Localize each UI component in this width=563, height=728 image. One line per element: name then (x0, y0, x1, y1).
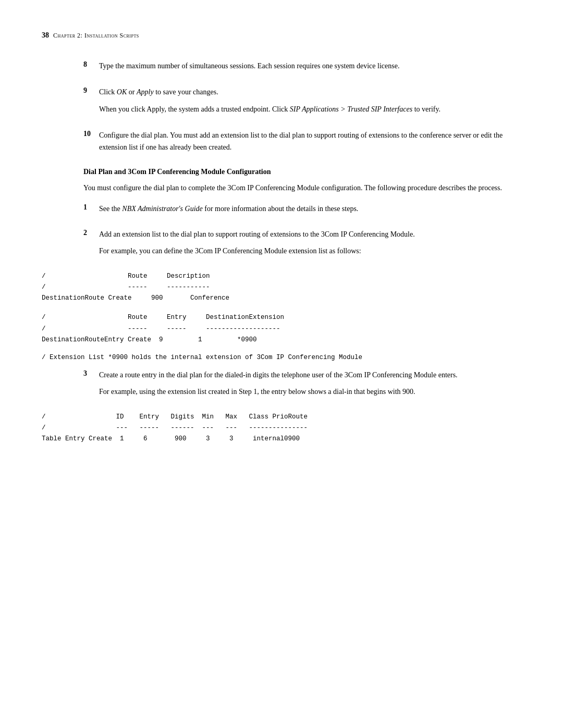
sub-step-2-number: 2 (83, 229, 99, 237)
sub-step-3-container: 3 Create a route entry in the dial plan … (83, 369, 521, 403)
comment-line: / Extension List *0900 holds the interna… (42, 354, 521, 361)
sip-applications-link: SIP Applications > Trusted SIP Interface… (290, 105, 412, 113)
code-block-1: / Route Description / ----- ----------- … (42, 271, 521, 304)
apply-note: When you click Apply, the system adds a … (99, 104, 521, 115)
step-10-number: 10 (83, 130, 99, 138)
step-10: 10 Configure the dial plan. You must add… (83, 130, 521, 158)
sub-step-1: 1 See the NBX Administrator's Guide for … (83, 203, 521, 220)
step-10-content: Configure the dial plan. You must add an… (99, 130, 521, 158)
sub-step-2-content: Add an extension list to the dial plan t… (99, 229, 521, 263)
step-9-ok: OK (117, 88, 127, 96)
sub-step-1-text: See the NBX Administrator's Guide for mo… (99, 203, 521, 215)
step-10-text: Configure the dial plan. You must add an… (99, 130, 521, 153)
step-8-text: Type the maximum number of simultaneous … (99, 60, 521, 72)
step-8: 8 Type the maximum number of simultaneou… (83, 60, 521, 77)
sub-step-2-text: Add an extension list to the dial plan t… (99, 229, 521, 240)
sub-step-2: 2 Add an extension list to the dial plan… (83, 229, 521, 263)
step-8-content: Type the maximum number of simultaneous … (99, 60, 521, 77)
step-9-apply: Apply (137, 88, 154, 96)
example-para-1: For example, you can define the 3Com IP … (99, 245, 521, 257)
example-para-2: For example, using the extension list cr… (99, 386, 521, 398)
page-header: 38 Chapter 2: Installation Scripts (42, 31, 521, 40)
step-9: 9 Click OK or Apply to save your changes… (83, 87, 521, 120)
sub-step-1-number: 1 (83, 203, 99, 212)
code-block-3: / ID Entry Digits Min Max Class PrioRout… (42, 412, 521, 445)
sub-step-3-text: Create a route entry in the dial plan fo… (99, 369, 521, 381)
content-area: 8 Type the maximum number of simultaneou… (42, 60, 521, 445)
sub-step-3-content: Create a route entry in the dial plan fo… (99, 369, 521, 403)
step-9-content: Click OK or Apply to save your changes. … (99, 87, 521, 120)
nbx-guide-ref: NBX Administrator's Guide (122, 205, 202, 213)
sub-step-1-content: See the NBX Administrator's Guide for mo… (99, 203, 521, 220)
code-block-2-text: / Route Entry DestinationExtension / ---… (42, 314, 284, 343)
step-8-number: 8 (83, 60, 99, 69)
sub-steps: 1 See the NBX Administrator's Guide for … (83, 203, 521, 262)
code-block-1-text: / Route Description / ----- ----------- … (42, 273, 229, 302)
step-9-text: Click OK or Apply to save your changes. (99, 87, 521, 98)
section-heading: Dial Plan and 3Com IP Conferencing Modul… (83, 168, 521, 176)
code-block-3-text: / ID Entry Digits Min Max Class PrioRout… (42, 413, 308, 443)
sub-step-3-number: 3 (83, 369, 99, 378)
sub-step-3: 3 Create a route entry in the dial plan … (83, 369, 521, 403)
code-block-2: / Route Entry DestinationExtension / ---… (42, 312, 521, 346)
section-intro: You must configure the dial plan to comp… (83, 182, 521, 194)
step-9-number: 9 (83, 87, 99, 95)
page-number: 38 (42, 31, 49, 40)
chapter-label: Chapter 2: Installation Scripts (53, 32, 139, 40)
